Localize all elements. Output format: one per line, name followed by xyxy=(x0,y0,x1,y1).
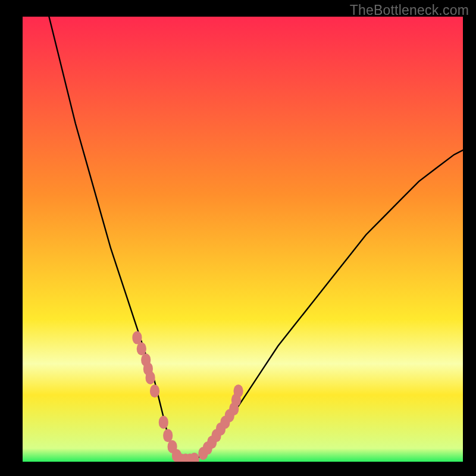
highlight-dot xyxy=(234,384,243,397)
chart-frame: TheBottleneck.com xyxy=(0,0,476,476)
bottleneck-curve xyxy=(49,17,463,462)
plot-area xyxy=(23,17,463,462)
watermark-text: TheBottleneck.com xyxy=(350,2,469,18)
highlight-dots xyxy=(132,331,243,462)
highlight-dot xyxy=(159,416,168,429)
highlight-dot xyxy=(132,331,142,345)
highlight-dot xyxy=(137,342,146,355)
chart-overlay xyxy=(23,17,463,462)
highlight-dot xyxy=(150,384,159,397)
highlight-dot xyxy=(163,429,173,442)
highlight-dot xyxy=(146,371,155,384)
